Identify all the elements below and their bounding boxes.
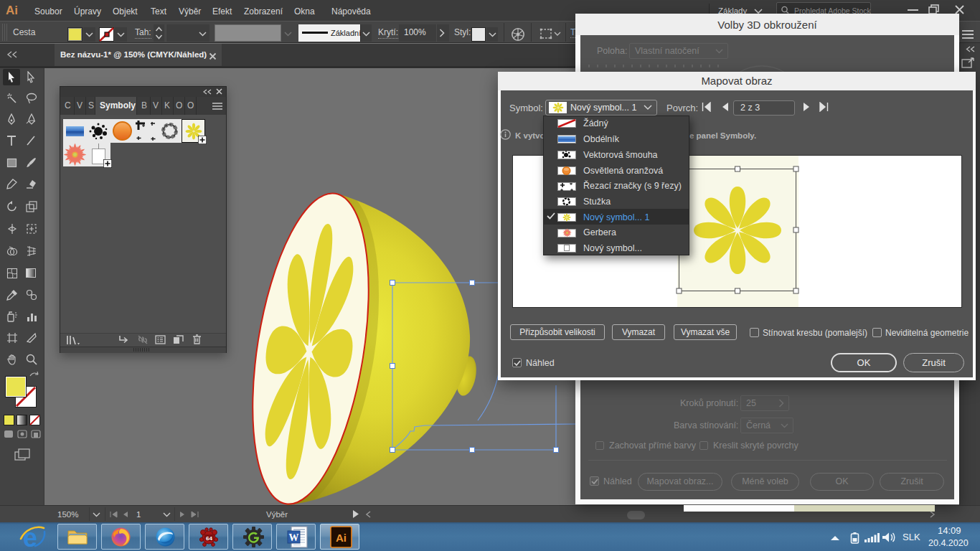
svg-text:Ai: Ai xyxy=(336,532,347,544)
svg-text:64: 64 xyxy=(206,535,212,542)
svg-text:W: W xyxy=(289,532,299,543)
